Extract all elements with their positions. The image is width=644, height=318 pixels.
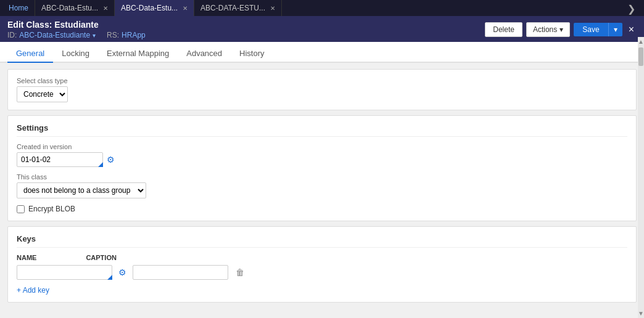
rs-value: HRApp	[122, 31, 146, 39]
page-title: Edit Class: Estudiante	[7, 20, 146, 30]
browser-tabs: Home ABC-Data-Estu... ✕ ABC-Data-Estu...…	[0, 0, 644, 16]
tab-external-mapping[interactable]: External Mapping	[98, 45, 178, 63]
key-name-gear-icon[interactable]: ⚙	[118, 267, 126, 277]
tab-1[interactable]: ABC-Data-Estu... ✕	[35, 0, 115, 16]
tab-advanced[interactable]: Advanced	[178, 45, 231, 63]
key-caption-input[interactable]	[133, 265, 228, 280]
tab-1-close[interactable]: ✕	[103, 5, 108, 12]
encrypt-blob-label: Encrypt BLOB	[28, 205, 75, 213]
actions-chevron-icon: ▾	[559, 25, 563, 34]
right-scrollbar[interactable]: ▲ ▼	[638, 37, 644, 318]
tab-general[interactable]: General	[7, 45, 53, 63]
key-name-input[interactable]	[17, 265, 112, 280]
encrypt-blob-checkbox[interactable]	[17, 205, 25, 213]
created-in-version-input[interactable]	[17, 152, 103, 167]
settings-card: Settings Created in version ⚙ This class…	[7, 115, 637, 221]
key-caption-input-wrapper	[133, 265, 228, 280]
created-in-version-input-wrapper	[17, 152, 103, 167]
id-label: ID:	[7, 31, 17, 39]
close-button[interactable]: ×	[626, 24, 637, 35]
delete-key-row-button[interactable]: 🗑	[234, 266, 246, 279]
tab-history[interactable]: History	[231, 45, 273, 63]
this-class-row: does not belong to a class group belongs…	[17, 182, 627, 198]
main-content: Select class type Concrete Abstract Inte…	[0, 63, 644, 313]
this-class-select[interactable]: does not belong to a class group belongs…	[17, 182, 146, 198]
save-dropdown-button[interactable]: ▾	[608, 23, 622, 36]
created-in-version-row: ⚙	[17, 152, 627, 167]
scroll-up-arrow[interactable]: ▲	[638, 37, 644, 46]
add-key-label: + Add key	[17, 286, 49, 295]
tab-3[interactable]: ABC-DATA-ESTU... ✕	[194, 0, 282, 16]
class-type-card: Select class type Concrete Abstract Inte…	[7, 69, 637, 110]
keys-title: Keys	[17, 234, 627, 248]
tab-1-label: ABC-Data-Estu...	[41, 4, 98, 12]
page-header: Edit Class: Estudiante ID: ABC-Data-Estu…	[0, 16, 644, 42]
caption-col-header: CAPTION	[86, 254, 117, 261]
keys-input-row: ⚙ 🗑	[17, 265, 627, 280]
save-button[interactable]: Save	[574, 23, 608, 36]
created-in-version-label: Created in version	[17, 143, 627, 150]
tab-2-close[interactable]: ✕	[183, 5, 188, 12]
class-type-select[interactable]: Concrete Abstract Interface	[17, 86, 68, 102]
tab-home-label: Home	[9, 4, 28, 12]
key-name-input-wrapper	[17, 265, 112, 280]
tab-locking[interactable]: Locking	[53, 45, 98, 63]
tab-home[interactable]: Home	[2, 0, 35, 16]
tab-3-close[interactable]: ✕	[270, 5, 275, 12]
delete-button[interactable]: Delete	[485, 22, 522, 37]
tab-2[interactable]: ABC-Data-Estu... ✕	[115, 0, 194, 16]
name-col-header: NAME	[17, 254, 36, 261]
tab-3-label: ABC-DATA-ESTU...	[200, 4, 265, 12]
tab-2-label: ABC-Data-Estu...	[121, 4, 178, 12]
keys-card: Keys NAME CAPTION ⚙ 🗑 + Add key	[7, 226, 637, 303]
keys-column-headers: NAME CAPTION	[17, 254, 627, 261]
add-key-button[interactable]: + Add key	[17, 286, 49, 295]
scroll-down-arrow[interactable]: ▼	[638, 309, 644, 318]
this-class-label: This class	[17, 173, 627, 181]
actions-label: Actions	[533, 25, 557, 34]
save-group: Save ▾	[574, 23, 622, 36]
class-type-label: Select class type	[17, 77, 627, 84]
rs-label: RS:	[107, 31, 119, 39]
actions-button[interactable]: Actions ▾	[526, 22, 570, 37]
id-value[interactable]: ABC-Data-Estudiante	[19, 31, 90, 39]
header-info: Edit Class: Estudiante ID: ABC-Data-Estu…	[7, 20, 146, 39]
created-in-version-gear-icon[interactable]: ⚙	[107, 155, 115, 165]
settings-title: Settings	[17, 123, 627, 137]
header-actions: Delete Actions ▾ Save ▾ ×	[485, 22, 637, 37]
nav-tabs: General Locking External Mapping Advance…	[0, 42, 644, 63]
scroll-thumb[interactable]	[638, 47, 643, 66]
header-subtitle: ID: ABC-Data-Estudiante ▾ RS: HRApp	[7, 31, 146, 39]
tabs-overflow-chevron[interactable]: ❯	[627, 3, 635, 15]
id-chevron-icon[interactable]: ▾	[93, 32, 96, 39]
encrypt-blob-row: Encrypt BLOB	[17, 205, 627, 213]
save-chevron-icon: ▾	[614, 25, 617, 34]
